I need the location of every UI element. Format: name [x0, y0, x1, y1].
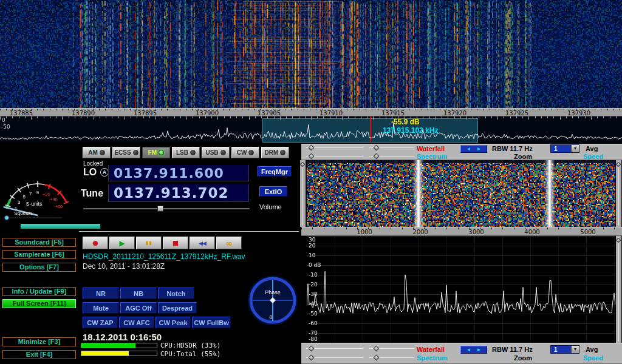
lock-badge-icon[interactable]: A [100, 168, 109, 177]
slider-track [306, 348, 363, 349]
mode-button-am[interactable]: AM [83, 147, 111, 158]
speed-label[interactable]: Speed [583, 354, 603, 362]
waterfall-left-slider[interactable] [300, 160, 306, 227]
shift-right-button[interactable]: ► [477, 348, 482, 352]
waterfall-label[interactable]: Waterfall [417, 145, 445, 152]
waterfall-upper-slider[interactable] [306, 145, 363, 151]
zoom-slider[interactable] [369, 355, 414, 361]
mode-label: LSB [176, 149, 188, 156]
squelch-label: Squelch [15, 211, 32, 216]
db-tick-label: 0 dB [309, 262, 321, 268]
loop-button[interactable]: ∞ [216, 237, 242, 249]
info-update-button[interactable]: Info / Update [F9] [2, 287, 76, 296]
spectrum-upper-slider[interactable] [306, 355, 363, 361]
locked-label: Locked [83, 160, 103, 167]
zoom-slider[interactable] [369, 153, 414, 160]
mode-label: DRM [265, 149, 279, 156]
combo-arrow-icon[interactable]: ▾ [571, 145, 579, 152]
waterfall-lower-slider[interactable] [369, 145, 414, 151]
main-spectrum-display[interactable]: 0 -50 -55.9 dB 137.915.102 kHz [0, 116, 622, 143]
mode-led-icon [100, 150, 105, 155]
zoom-controls-top: Waterfall ◄ ► RBW 11.7 Hz 1 ▾ Avg Spectr… [301, 144, 622, 160]
slider-handle[interactable] [157, 206, 163, 212]
cw-peak-button[interactable]: CW Peak [156, 317, 191, 328]
cw-afc-button[interactable]: CW AFC [119, 317, 154, 328]
db-tick-label: 20 [309, 243, 315, 249]
cpu-hdsdr-text: CPU:HDSDR (33%) [160, 342, 220, 349]
slider-handle[interactable] [374, 153, 380, 160]
soundcard-button[interactable]: Soundcard [F5] [2, 238, 76, 247]
datetime-display: 18.12.2011 0:16:50 [83, 332, 162, 342]
play-button[interactable]: ▶ [109, 237, 135, 249]
tune-frequency-display[interactable]: 0137.913.702 [108, 184, 249, 202]
slider-handle[interactable] [300, 162, 305, 167]
avg-select[interactable]: 1 ▾ [550, 144, 579, 153]
freq-tick-label: 137910 [320, 110, 343, 116]
slider-handle[interactable] [309, 153, 315, 160]
mode-button-fm[interactable]: FM [142, 147, 170, 158]
fullscreen-button[interactable]: Full Screen [F11] [2, 299, 76, 308]
mode-button-usb[interactable]: USB [202, 147, 230, 158]
main-frequency-scale[interactable]: 137885 137890 137895 137900 137905 13791… [0, 108, 622, 116]
waterfall-right-slider[interactable] [616, 160, 621, 227]
exit-button[interactable]: Exit [F4] [2, 350, 76, 359]
volume-slider[interactable] [83, 206, 250, 212]
slider-handle[interactable] [309, 346, 315, 352]
combo-arrow-icon[interactable]: ▾ [571, 346, 579, 353]
avg-select[interactable]: 1 ▾ [550, 345, 579, 354]
mode-led-icon [190, 150, 196, 155]
waterfall-label[interactable]: Waterfall [417, 346, 445, 353]
waterfall-lower-slider[interactable] [369, 346, 414, 352]
slider-track [618, 161, 619, 226]
pause-button[interactable]: ▮▮ [136, 237, 162, 249]
speed-label[interactable]: Speed [583, 153, 603, 160]
record-button[interactable]: ● [83, 237, 108, 249]
zoom-frequency-scale[interactable]: 1000 2000 3000 4000 5000 [301, 227, 622, 236]
slider-handle[interactable] [616, 238, 621, 243]
waterfall-upper-slider[interactable] [306, 346, 363, 352]
main-waterfall-display[interactable] [0, 0, 622, 108]
cpu-total-bar [81, 351, 157, 356]
spectrum-label[interactable]: Spectrum [417, 354, 448, 362]
slider-handle[interactable] [374, 346, 380, 352]
shift-left-button[interactable]: ◄ [466, 348, 471, 352]
lo-frequency-display[interactable]: 0137.911.600 [108, 164, 249, 181]
options-button[interactable]: Options [F7] [2, 263, 76, 272]
spectrum-upper-slider[interactable] [306, 153, 363, 160]
spectrum-label[interactable]: Spectrum [417, 153, 448, 160]
shift-left-button[interactable]: ◄ [466, 147, 471, 152]
mode-button-drm[interactable]: DRM [261, 147, 289, 158]
extio-button[interactable]: ExtIO [259, 186, 287, 197]
spectrum-right-slider[interactable] [616, 236, 621, 343]
zoom-spectrum-display[interactable] [307, 236, 615, 343]
shift-right-button[interactable]: ► [477, 147, 482, 152]
freq-tick-label: 137925 [505, 110, 528, 116]
notch-button[interactable]: Notch [158, 288, 194, 299]
mode-button-cw[interactable]: CW [231, 147, 259, 158]
slider-handle[interactable] [309, 145, 315, 151]
slider-handle[interactable] [374, 145, 380, 151]
mode-button-lsb[interactable]: LSB [172, 147, 200, 158]
nr-button[interactable]: NR [83, 288, 119, 299]
mode-label: FM [148, 149, 157, 156]
main-spectrum-canvas[interactable] [0, 116, 622, 143]
slider-handle[interactable] [309, 355, 315, 361]
zoom-waterfall-display[interactable] [307, 160, 615, 227]
nb-button[interactable]: NB [120, 288, 157, 299]
minimize-button[interactable]: Minimize [F3] [2, 337, 76, 346]
cw-zap-button[interactable]: CW ZAP [83, 317, 118, 328]
squelch-slider-handle[interactable] [5, 216, 9, 220]
despread-button[interactable]: Despread [158, 302, 197, 314]
samplerate-button[interactable]: Samplerate [F6] [2, 250, 76, 259]
slider-handle[interactable] [374, 355, 380, 361]
cw-fullbw-button[interactable]: CW FullBw [192, 317, 231, 328]
s-meter[interactable]: 1 3 5 7 9 +20 +40 +60 S-units Squelch [1, 153, 77, 221]
stop-button[interactable]: ■ [163, 237, 188, 249]
slider-handle[interactable] [616, 162, 621, 167]
agc-off-button[interactable]: AGC Off [120, 302, 157, 314]
rewind-button[interactable]: ◀◀ [190, 237, 215, 249]
mute-button[interactable]: Mute [83, 302, 119, 314]
mode-button-ecss[interactable]: ECSS [112, 147, 140, 158]
freqmgr-button[interactable]: FreqMgr [258, 166, 292, 177]
hdsdr-app: 137885 137890 137895 137900 137905 13791… [0, 0, 622, 364]
